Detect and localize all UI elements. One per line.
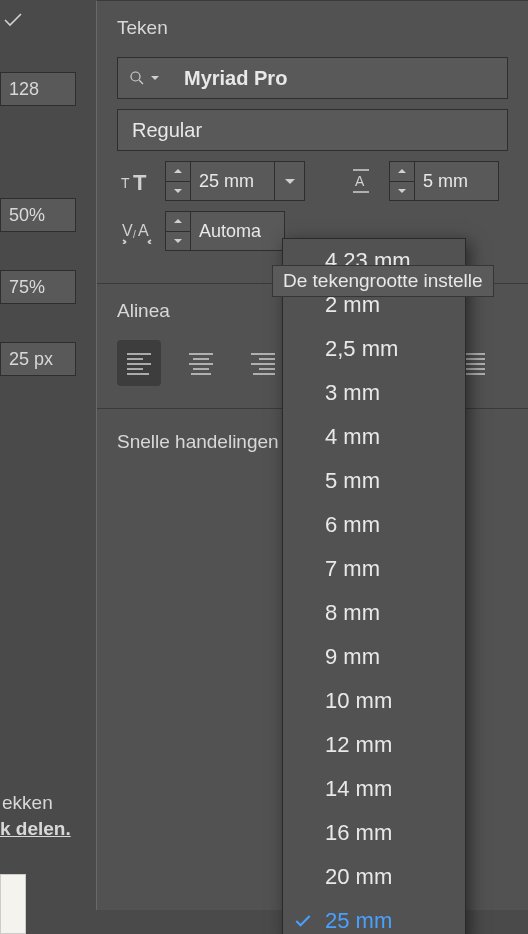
value-75pct[interactable]: 75% [0,270,76,304]
font-size-option[interactable]: 6 mm [283,503,465,547]
font-size-option[interactable]: 10 mm [283,679,465,723]
align-left-button[interactable] [117,340,161,386]
chevron-up-icon [397,167,407,175]
font-size-field: 25 mm [165,161,305,201]
svg-text:A: A [355,173,365,189]
font-size-option[interactable]: 20 mm [283,855,465,899]
align-right-button[interactable] [241,340,285,386]
font-size-option[interactable]: 25 mm [283,899,465,934]
value-25px[interactable]: 25 px [0,342,76,376]
chevron-down-icon [173,187,183,195]
font-size-option[interactable]: 12 mm [283,723,465,767]
font-style-value: Regular [118,119,202,142]
svg-point-0 [131,72,140,81]
check-icon [0,8,30,32]
font-size-option[interactable]: 7 mm [283,547,465,591]
align-right-icon [249,351,277,375]
leading-input[interactable]: 5 mm [415,161,499,201]
svg-text:V: V [122,222,133,239]
label-ekken: ekken [2,792,53,814]
font-size-icon: TT [117,161,159,201]
section-title-teken: Teken [117,17,508,39]
kerning-field: Automa [165,211,285,251]
kerning-icon: V/A [117,211,159,251]
check-icon [293,911,313,931]
svg-text:T: T [133,170,147,194]
left-partial-panel: 128 50% 75% 25 px ekken k delen. [0,0,88,934]
font-size-option[interactable]: 16 mm [283,811,465,855]
font-size-stepper[interactable] [165,161,191,201]
font-size-option[interactable]: 3 mm [283,371,465,415]
font-size-option[interactable]: 14 mm [283,767,465,811]
leading-field: 5 mm [389,161,499,201]
kerning-stepper[interactable] [165,211,191,251]
value-128[interactable]: 128 [0,72,76,106]
svg-text:/: / [133,229,136,240]
thumbnail-corner [0,874,26,934]
font-size-option[interactable]: 8 mm [283,591,465,635]
font-size-option[interactable]: 5 mm [283,459,465,503]
chevron-down-icon [173,237,183,245]
tooltip-font-size: De tekengrootte instelle [272,265,494,297]
font-size-option[interactable]: 9 mm [283,635,465,679]
svg-line-1 [139,80,143,84]
font-size-dropdown[interactable]: 4,23 mm2 mm2,5 mm3 mm4 mm5 mm6 mm7 mm8 m… [282,238,466,934]
chevron-down-icon [397,187,407,195]
leading-icon: A [341,161,383,201]
value-50pct[interactable]: 50% [0,198,76,232]
search-icon [128,69,146,87]
align-center-icon [187,351,215,375]
chevron-down-icon [284,176,296,186]
chevron-down-icon [150,73,160,83]
font-family-input[interactable]: Myriad Pro [117,57,508,99]
font-size-dropdown-button[interactable] [275,161,305,201]
font-size-input[interactable]: 25 mm [191,161,275,201]
font-size-option[interactable]: 2,5 mm [283,327,465,371]
svg-text:T: T [121,175,130,191]
font-style-select[interactable]: Regular [117,109,508,151]
svg-text:A: A [138,222,149,239]
align-left-icon [125,351,153,375]
chevron-up-icon [173,167,183,175]
font-size-option[interactable]: 4 mm [283,415,465,459]
chevron-up-icon [173,217,183,225]
align-center-button[interactable] [179,340,223,386]
font-family-value: Myriad Pro [170,67,287,90]
kerning-input[interactable]: Automa [191,211,285,251]
link-delen[interactable]: k delen. [0,818,71,840]
leading-stepper[interactable] [389,161,415,201]
